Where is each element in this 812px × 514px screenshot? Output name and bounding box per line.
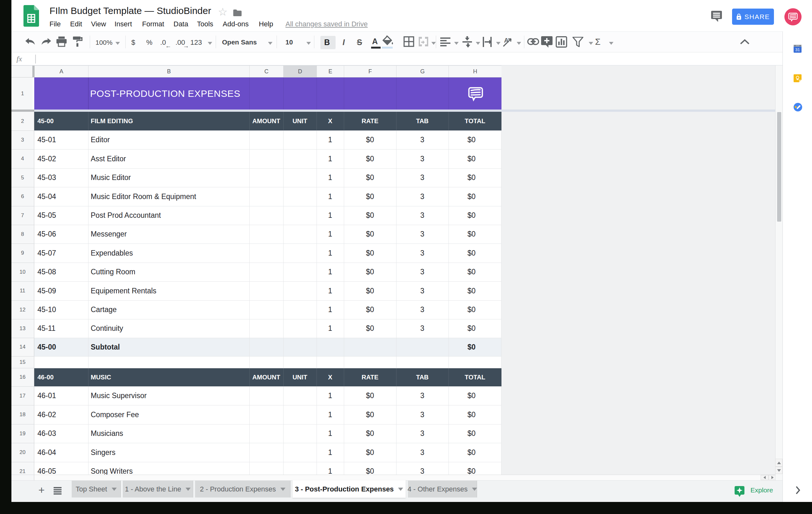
svg-text:31: 31 — [795, 47, 800, 52]
svg-text:A: A — [504, 37, 509, 44]
